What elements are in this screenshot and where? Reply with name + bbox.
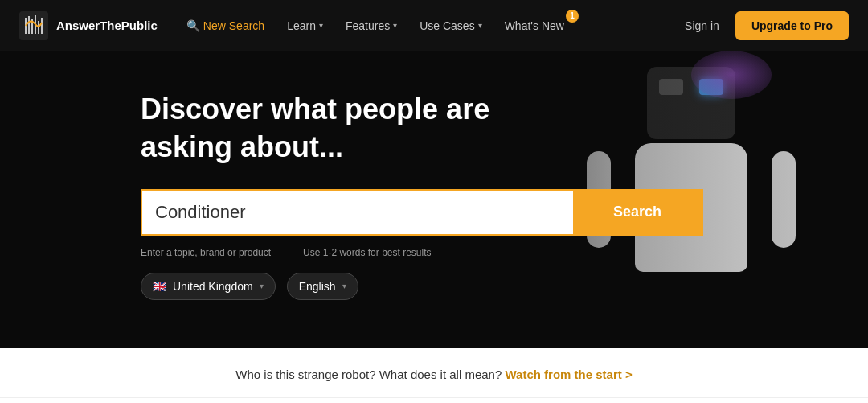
below-hero-text: Who is this strange robot? What does it … — [0, 368, 868, 381]
search-hints: Enter a topic, brand or product Use 1-2 … — [141, 247, 583, 258]
hero-section: Discover what people are asking about...… — [0, 51, 868, 348]
nav-new-search[interactable]: 🔍 New Search — [177, 13, 274, 39]
logo-icon — [19, 11, 48, 40]
logo[interactable]: AnswerThePublic — [19, 11, 158, 40]
features-chevron-icon: ▾ — [393, 21, 397, 30]
country-dropdown[interactable]: 🇬🇧 United Kingdom ▾ — [141, 273, 276, 300]
hint-words: Use 1-2 words for best results — [303, 247, 431, 258]
whats-new-badge: 1 — [566, 10, 579, 23]
language-chevron-icon: ▾ — [342, 282, 346, 290]
nav-links: 🔍 New Search Learn ▾ Features ▾ Use Case… — [177, 13, 675, 39]
nav-features[interactable]: Features ▾ — [336, 13, 407, 39]
watch-link[interactable]: Watch from the start > — [505, 368, 632, 381]
country-flag: 🇬🇧 — [153, 280, 166, 293]
signin-button[interactable]: Sign in — [675, 13, 729, 39]
language-label: English — [299, 280, 336, 293]
nav-right: Sign in Upgrade to Pro — [675, 11, 849, 40]
dropdowns: 🇬🇧 United Kingdom ▾ English ▾ — [141, 273, 583, 300]
search-button[interactable]: Search — [573, 191, 702, 234]
search-icon: 🔍 — [186, 19, 200, 32]
nav-whats-new[interactable]: What's New 1 — [495, 13, 574, 39]
country-chevron-icon: ▾ — [260, 282, 264, 290]
upgrade-button[interactable]: Upgrade to Pro — [735, 11, 849, 40]
search-input[interactable] — [142, 191, 573, 234]
learn-chevron-icon: ▾ — [319, 21, 323, 30]
logo-text: AnswerThePublic — [56, 19, 158, 32]
below-hero: Who is this strange robot? What does it … — [0, 348, 868, 398]
search-box: Search — [141, 189, 703, 236]
hero-title: Discover what people are asking about... — [141, 91, 583, 167]
svg-rect-0 — [19, 11, 48, 40]
navbar: AnswerThePublic 🔍 New Search Learn ▾ Fea… — [0, 0, 868, 51]
hint-topic: Enter a topic, brand or product — [141, 247, 271, 258]
nav-learn[interactable]: Learn ▾ — [277, 13, 333, 39]
country-label: United Kingdom — [173, 280, 253, 293]
hero-content: Discover what people are asking about...… — [141, 91, 583, 300]
nav-use-cases[interactable]: Use Cases ▾ — [410, 13, 491, 39]
use-cases-chevron-icon: ▾ — [478, 21, 482, 30]
language-dropdown[interactable]: English ▾ — [287, 273, 358, 300]
get-instant-section: Get instant, raw — [0, 398, 868, 403]
